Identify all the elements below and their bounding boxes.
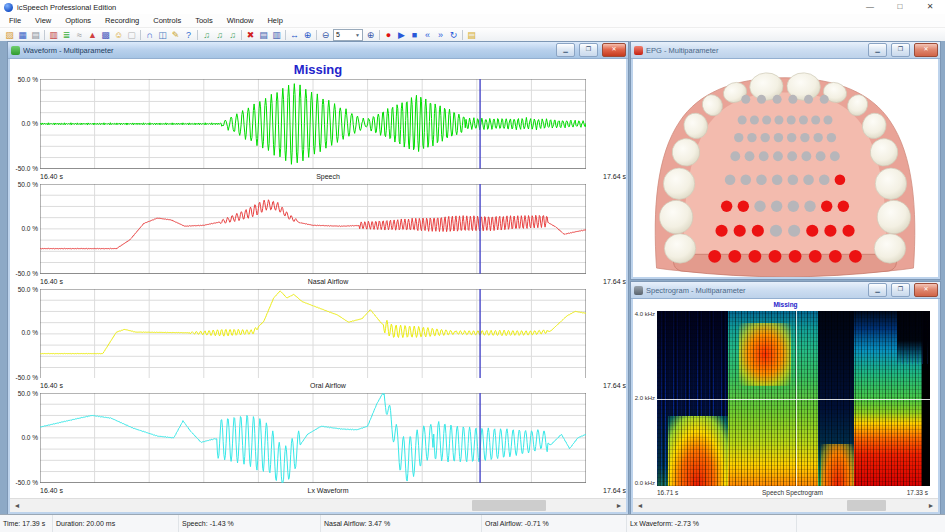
waveform-window-icon[interactable]: ≣ [60,29,73,41]
disabled-tool-icon[interactable]: ▢ [125,29,138,41]
application-window: icSpeech Professional Edition — □ ✕ File… [0,0,945,532]
status-speech: Speech: -1.43 % [179,515,321,532]
layout-icon[interactable]: ◫ [156,29,169,41]
x-axis-labels: 16.40 sNasal Airflow17.64 s [10,274,626,289]
y-tick-label: 0.0 % [21,225,38,232]
y-tick-label: 0.0 % [21,329,38,336]
epg-electrode-r7-c6-active [806,225,818,237]
menu-recording[interactable]: Recording [98,14,146,27]
stop-icon[interactable]: ■ [408,29,421,41]
epg-close-button[interactable]: ✕ [914,43,938,57]
chart-plot-area[interactable] [40,289,586,379]
menu-controls[interactable]: Controls [146,14,188,27]
annotate-pencil-icon[interactable]: ✎ [169,29,182,41]
zoom-out-icon[interactable]: ⊖ [319,29,332,41]
spectrogram-scrollbar[interactable]: ◄ ► [633,498,938,512]
epg-electrode-r8-c4-active [769,250,782,263]
fast-forward-icon[interactable]: » [434,29,447,41]
chart-plot-area[interactable] [40,184,586,274]
epg-electrode-r1-c5-inactive [804,95,813,104]
play-icon[interactable]: ▶ [395,29,408,41]
spectrogram-window-titlebar[interactable]: Spectrogram - Multiparameter ▁ ❐ ✕ [631,282,940,299]
pitch-window-icon[interactable]: ≈ [73,29,86,41]
audio-monitor-icon[interactable]: ♫ [213,29,226,41]
epg-electrode-r1-c6-inactive [820,95,829,104]
epg-electrode-r8-c2-active [728,250,741,263]
y-label-mid: 2.0 kHz [635,395,655,401]
waveform-scrollbar[interactable]: ◄ ► [10,498,626,512]
scroll-left-arrow[interactable]: ◄ [633,499,647,512]
menu-tools[interactable]: Tools [188,14,220,27]
status-time: Time: 17.39 s [0,515,53,532]
scroll-right-arrow[interactable]: ► [612,499,626,512]
epg-window-icon[interactable]: ▲ [86,29,99,41]
notes-icon[interactable]: ▤ [465,29,478,41]
epg-electrode-r3-c4-inactive [774,133,783,142]
menu-options[interactable]: Options [58,14,98,27]
chart-block-oral-airflow: 50.0 %0.0 %-50.0 %16.40 sOral Airflow17.… [10,289,626,394]
channel-name-label: Speech [130,173,566,180]
waveform-close-button[interactable]: ✕ [602,43,626,57]
epg-electrode-r4-c2-inactive [745,151,755,161]
spectrogram-window-title: Spectrogram - Multiparameter [646,286,864,295]
toolbar-separator [140,30,141,40]
y-tick-label: -50.0 % [16,165,38,172]
save-icon[interactable]: ▦ [16,29,29,41]
menu-file[interactable]: File [2,14,28,27]
spectrogram-window: Spectrogram - Multiparameter ▁ ❐ ✕ Missi… [630,281,941,515]
spectrogram-restore-button[interactable]: ❐ [891,283,910,297]
bar-chart-window-icon[interactable]: ▥ [47,29,60,41]
zoom-in-icon[interactable]: ⊕ [364,29,377,41]
loop-icon[interactable]: ↻ [447,29,460,41]
waveform-restore-button[interactable]: ❐ [579,43,598,57]
tile-vertical-icon[interactable]: ▥ [270,29,283,41]
pan-all-icon[interactable]: ⊕ [301,29,314,41]
channel-name-label: Oral Airflow [130,382,566,389]
close-button[interactable]: ✕ [915,0,945,14]
spectrogram-close-button[interactable]: ✕ [914,283,938,297]
epg-window-titlebar[interactable]: EPG - Multiparameter ▁ ❐ ✕ [631,42,940,59]
menu-help[interactable]: Help [260,14,289,27]
epg-electrode-r5-c5-inactive [788,174,799,185]
menu-view[interactable]: View [28,14,58,27]
chart-plot-area[interactable] [40,79,586,169]
magnet-icon[interactable]: ∩ [143,29,156,41]
epg-restore-button[interactable]: ❐ [891,43,910,57]
tile-horizontal-icon[interactable]: ▤ [257,29,270,41]
epg-electrode-r5-c1-inactive [725,174,736,185]
minimize-button[interactable]: — [855,0,885,14]
help-balloon-icon[interactable]: ? [182,29,195,41]
smiley-game-icon[interactable]: ☺ [112,29,125,41]
epg-electrode-r1-c3-inactive [773,95,782,104]
x-axis-labels: 16.40 sLx Waveform17.64 s [10,483,626,498]
audio-output-icon[interactable]: ♫ [226,29,239,41]
y-tick-label: -50.0 % [16,374,38,381]
spectrogram-cursor [796,311,797,486]
print-icon[interactable]: ▤ [29,29,42,41]
epg-electrode-r8-c1-active [708,250,721,263]
spectrogram-minimize-button[interactable]: ▁ [868,283,887,297]
menu-window[interactable]: Window [220,14,261,27]
spectrogram-heading: Missing [633,299,938,311]
pan-horizontal-icon[interactable]: ↔ [288,29,301,41]
scroll-left-arrow[interactable]: ◄ [10,499,24,512]
rewind-icon[interactable]: « [421,29,434,41]
scroll-right-arrow[interactable]: ► [924,499,938,512]
waveform-window-titlebar[interactable]: Waveform - Multiparameter ▁ ❐ ✕ [8,42,628,59]
zoom-level-select[interactable]: 5▼ [333,29,363,41]
scrollbar-thumb[interactable] [472,500,546,511]
cascade-windows-icon[interactable]: ▩ [99,29,112,41]
scrollbar-thumb[interactable] [847,500,887,511]
audio-input-icon[interactable]: ♫ [200,29,213,41]
waveform-minimize-button[interactable]: ▁ [556,43,575,57]
record-icon[interactable]: ● [382,29,395,41]
epg-minimize-button[interactable]: ▁ [868,43,887,57]
x-start-label: 16.40 s [10,487,130,494]
delete-icon[interactable]: ✖ [244,29,257,41]
epg-electrode-r7-c7-active [824,225,836,237]
spectrogram-plot[interactable] [657,311,930,486]
maximize-button[interactable]: □ [885,0,915,14]
open-folder-icon[interactable]: ▨ [3,29,16,41]
chart-plot-area[interactable] [40,393,586,483]
epg-electrode-r2-c2-inactive [750,115,759,124]
